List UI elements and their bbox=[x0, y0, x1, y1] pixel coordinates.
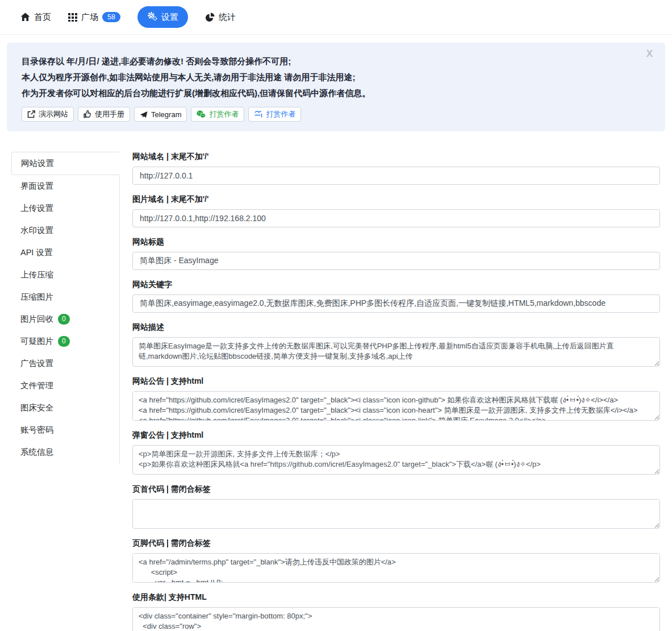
field-label: 页首代码 | 需闭合标签 bbox=[132, 484, 660, 495]
nav-item-label: 统计 bbox=[219, 12, 236, 23]
top-navbar: 首页 广场 58 设置 bbox=[0, 0, 672, 35]
sidebar-item-label: 压缩图片 bbox=[20, 292, 53, 302]
gears-icon bbox=[147, 11, 157, 23]
form-field-site-announcement: 网站公告 | 支持html bbox=[132, 376, 660, 421]
content-area: 网站设置界面设置上传设置水印设置API 设置上传压缩压缩图片图片回收0可疑图片0… bbox=[0, 143, 672, 631]
notice-alert: X 目录保存以 年/月/日/ 递进,非必要请勿修改! 否则会导致部分操作不可用;… bbox=[7, 43, 665, 131]
sidebar-item-file-manage[interactable]: 文件管理 bbox=[11, 375, 119, 397]
sidebar-item-badge: 0 bbox=[58, 336, 70, 346]
sidebar-item-image-recycle[interactable]: 图片回收0 bbox=[11, 308, 119, 330]
sidebar-item-label: 账号密码 bbox=[20, 425, 53, 435]
field-label: 网站关键字 bbox=[132, 280, 660, 290]
button-label: Telegram bbox=[151, 110, 181, 119]
sidebar-item-system-info[interactable]: 系统信息 bbox=[11, 441, 119, 463]
nav-item-label: 设置 bbox=[161, 12, 178, 23]
field-label: 图片域名 | 末尾不加'/' bbox=[132, 194, 660, 205]
grid-icon bbox=[68, 13, 77, 22]
form-field-site-keywords: 网站关键字 bbox=[132, 280, 660, 313]
form-field-footer-code: 页脚代码 | 需闭合标签 bbox=[132, 538, 660, 583]
field-label: 网站域名 | 末尾不加'/' bbox=[132, 152, 660, 162]
field-label: 网站标题 bbox=[132, 237, 660, 247]
telegram-button[interactable]: Telegram bbox=[134, 107, 187, 122]
settings-form: 网站域名 | 末尾不加'/'图片域名 | 末尾不加'/'网站标题网站关键字网站描… bbox=[120, 152, 660, 631]
form-field-terms-of-use: 使用条款| 支持HTML bbox=[132, 592, 660, 631]
alipay-icon bbox=[254, 110, 262, 118]
telegram-icon bbox=[140, 111, 148, 118]
demo-site-button[interactable]: 演示网站 bbox=[22, 107, 74, 122]
wechat-pay-icon bbox=[197, 110, 206, 118]
sidebar: 网站设置界面设置上传设置水印设置API 设置上传压缩压缩图片图片回收0可疑图片0… bbox=[11, 152, 120, 463]
sidebar-item-label: 文件管理 bbox=[20, 380, 53, 391]
alert-line: 作为开发者你可以对相应的后台功能进行扩展(增删改相应代码),但请保留代码中源作者… bbox=[22, 85, 650, 101]
site-keywords-input[interactable] bbox=[132, 294, 660, 313]
header-code-textarea[interactable] bbox=[132, 499, 660, 529]
image-domain-input[interactable] bbox=[132, 209, 660, 227]
footer-code-textarea[interactable] bbox=[132, 553, 660, 583]
donate-wechat-button[interactable]: 打赏作者 bbox=[191, 107, 244, 122]
sidebar-item-label: 网站设置 bbox=[21, 158, 54, 169]
sidebar-item-compress-image[interactable]: 压缩图片 bbox=[11, 286, 119, 308]
form-field-site-description: 网站描述 bbox=[132, 322, 660, 367]
nav-item-plaza[interactable]: 广场 58 bbox=[68, 12, 120, 23]
sidebar-item-label: 上传压缩 bbox=[20, 269, 53, 280]
alert-line: 本人仅为程序开源创作,如非法网站使用与本人无关,请勿用于非法用途 请勿用于非法用… bbox=[22, 69, 650, 85]
site-title-input[interactable] bbox=[132, 252, 660, 270]
button-label: 打赏作者 bbox=[209, 109, 239, 119]
sidebar-item-label: 系统信息 bbox=[20, 447, 53, 458]
button-label: 使用手册 bbox=[95, 109, 124, 119]
form-field-popup-announcement: 弹窗公告 | 支持html bbox=[132, 430, 660, 475]
pie-chart-icon bbox=[205, 13, 215, 22]
form-field-site-domain: 网站域名 | 末尾不加'/' bbox=[132, 152, 660, 185]
terms-of-use-textarea[interactable] bbox=[132, 607, 660, 631]
field-label: 网站公告 | 支持html bbox=[132, 376, 660, 387]
donate-alipay-button[interactable]: 打赏作者 bbox=[248, 107, 301, 122]
sidebar-item-gallery-security[interactable]: 图床安全 bbox=[11, 397, 119, 419]
field-label: 网站描述 bbox=[132, 322, 660, 333]
nav-item-settings-active[interactable]: 设置 bbox=[137, 6, 188, 28]
home-icon bbox=[20, 13, 30, 22]
popup-announcement-textarea[interactable] bbox=[132, 445, 660, 475]
alert-buttons-row: 演示网站 使用手册 Telegram bbox=[22, 107, 650, 122]
sidebar-item-label: 广告设置 bbox=[20, 358, 53, 369]
site-domain-input[interactable] bbox=[132, 167, 660, 185]
sidebar-item-interface-settings[interactable]: 界面设置 bbox=[11, 175, 119, 197]
site-description-textarea[interactable] bbox=[132, 337, 660, 367]
sidebar-item-api-settings[interactable]: API 设置 bbox=[11, 242, 119, 264]
form-field-image-domain: 图片域名 | 末尾不加'/' bbox=[132, 194, 660, 227]
sidebar-item-upload-settings[interactable]: 上传设置 bbox=[11, 197, 119, 219]
form-fields: 网站域名 | 末尾不加'/'图片域名 | 末尾不加'/'网站标题网站关键字网站描… bbox=[132, 152, 660, 631]
sidebar-item-suspicious-images[interactable]: 可疑图片0 bbox=[11, 330, 119, 352]
site-announcement-textarea[interactable] bbox=[132, 391, 660, 421]
alert-line: 目录保存以 年/月/日/ 递进,非必要请勿修改! 否则会导致部分操作不可用; bbox=[22, 53, 650, 69]
field-label: 弹窗公告 | 支持html bbox=[132, 430, 660, 441]
nav-item-stats[interactable]: 统计 bbox=[205, 12, 236, 23]
field-label: 使用条款| 支持HTML bbox=[132, 592, 660, 603]
sidebar-item-account-password[interactable]: 账号密码 bbox=[11, 419, 119, 441]
sidebar-item-label: 图床安全 bbox=[20, 402, 53, 413]
nav-item-label: 首页 bbox=[34, 12, 51, 23]
button-label: 打赏作者 bbox=[266, 109, 295, 119]
thumb-up-icon bbox=[84, 110, 91, 118]
plaza-count-badge: 58 bbox=[102, 12, 120, 23]
sidebar-item-label: 可疑图片 bbox=[20, 336, 53, 347]
form-field-header-code: 页首代码 | 需闭合标签 bbox=[132, 484, 660, 529]
form-field-site-title: 网站标题 bbox=[132, 237, 660, 270]
sidebar-item-upload-compress[interactable]: 上传压缩 bbox=[11, 264, 119, 286]
alert-close-button[interactable]: X bbox=[646, 48, 653, 60]
sidebar-item-label: 图片回收 bbox=[20, 314, 53, 325]
sidebar-item-badge: 0 bbox=[58, 314, 70, 324]
button-label: 演示网站 bbox=[39, 109, 68, 119]
sidebar-item-label: 上传设置 bbox=[20, 203, 53, 214]
sidebar-item-watermark-settings[interactable]: 水印设置 bbox=[11, 219, 119, 242]
sidebar-item-label: API 设置 bbox=[20, 247, 52, 258]
manual-button[interactable]: 使用手册 bbox=[78, 107, 130, 122]
sidebar-item-site-settings[interactable]: 网站设置 bbox=[11, 152, 120, 175]
sidebar-item-label: 界面设置 bbox=[20, 181, 53, 192]
external-link-icon bbox=[27, 110, 35, 118]
nav-item-label: 广场 bbox=[81, 12, 98, 23]
sidebar-item-label: 水印设置 bbox=[20, 225, 53, 236]
nav-item-home[interactable]: 首页 bbox=[20, 12, 51, 23]
sidebar-item-ad-settings[interactable]: 广告设置 bbox=[11, 352, 119, 375]
field-label: 页脚代码 | 需闭合标签 bbox=[132, 538, 660, 549]
